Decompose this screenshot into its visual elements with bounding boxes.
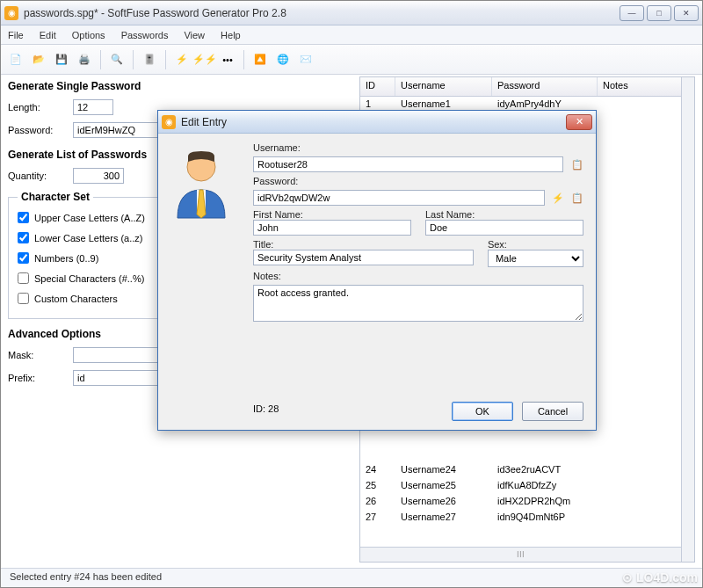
table-row[interactable]: 25Username25idfKuA8DfzZy — [360, 478, 694, 494]
password-label: Password: — [8, 125, 68, 135]
minimize-button[interactable]: — — [620, 5, 644, 21]
copy-password-icon[interactable]: 📋 — [571, 191, 583, 205]
notes-textarea[interactable] — [253, 285, 583, 322]
table-header: ID Username Password Notes — [360, 77, 694, 97]
save-icon[interactable]: 💾 — [52, 50, 71, 69]
upper-checkbox[interactable] — [18, 212, 29, 223]
toolbar: 📄 📂 💾 🖨️ 🔍 🎚️ ⚡ ⚡⚡ ••• 🔼 🌐 ✉️ — [1, 45, 702, 75]
col-id[interactable]: ID — [360, 77, 395, 96]
table-row[interactable]: 27Username27idn9Q4DmNt6P — [360, 510, 694, 526]
app-icon: ◉ — [4, 6, 18, 20]
menu-help[interactable]: Help — [221, 30, 241, 40]
dialog-close-button[interactable]: ✕ — [566, 114, 592, 130]
special-label: Special Characters (#..%) — [34, 273, 144, 284]
mask-label: Mask: — [8, 350, 68, 360]
statusbar: Selected entry #24 has been edited — [1, 568, 702, 587]
avatar-icon — [170, 142, 241, 421]
separator — [165, 50, 166, 69]
special-checkbox[interactable] — [18, 272, 29, 284]
dlg-password-input[interactable] — [253, 190, 545, 206]
custom-checkbox[interactable] — [18, 293, 29, 304]
username-label: Username: — [253, 142, 583, 153]
dialog-icon: ◉ — [162, 115, 176, 129]
col-notes[interactable]: Notes — [598, 77, 694, 96]
menu-file[interactable]: File — [8, 30, 24, 40]
horizontal-scrollbar[interactable]: ⅠⅠⅠ — [360, 547, 681, 562]
table-row[interactable]: 24Username24id3ee2ruACVT — [360, 462, 694, 478]
menu-edit[interactable]: Edit — [40, 30, 56, 40]
mask-icon[interactable]: ••• — [218, 50, 237, 69]
gen-list-icon[interactable]: ⚡⚡ — [195, 50, 214, 69]
menu-options[interactable]: Options — [72, 30, 105, 40]
copy-username-icon[interactable]: 📋 — [570, 157, 583, 171]
numbers-label: Numbers (0..9) — [34, 253, 98, 264]
lower-label: Lower Case Letters (a..z) — [34, 233, 143, 243]
col-password[interactable]: Password — [492, 77, 598, 96]
title-label: Title: — [253, 239, 474, 250]
ok-button[interactable]: OK — [452, 402, 513, 421]
single-heading: Generate Single Password — [8, 80, 351, 92]
print-icon[interactable]: 🖨️ — [75, 50, 94, 69]
length-label: Length: — [8, 102, 68, 113]
col-username[interactable]: Username — [395, 77, 492, 96]
close-button[interactable]: ✕ — [674, 5, 699, 21]
titlebar: ◉ passwords.spg* - SoftFuse Password Gen… — [1, 1, 702, 25]
upload-icon[interactable]: 🔼 — [250, 50, 270, 69]
dialog-titlebar: ◉ Edit Entry ✕ — [158, 111, 596, 134]
lower-checkbox[interactable] — [18, 232, 29, 243]
charset-legend: Character Set — [18, 191, 93, 203]
separator — [100, 50, 101, 69]
globe-icon[interactable]: 🌐 — [273, 50, 293, 69]
custom-label: Custom Characters — [34, 294, 118, 304]
id-label: ID: 28 — [253, 403, 279, 414]
options-icon[interactable]: 🎚️ — [140, 50, 159, 69]
quantity-label: Quantity: — [8, 171, 68, 181]
mask-input[interactable] — [73, 347, 170, 363]
numbers-checkbox[interactable] — [18, 252, 29, 264]
watermark: ⊙ LO4D.com — [622, 570, 698, 584]
prefix-input[interactable] — [73, 370, 170, 386]
menu-view[interactable]: View — [184, 30, 205, 40]
status-text: Selected entry #24 has been edited — [10, 571, 162, 582]
sex-label: Sex: — [488, 239, 583, 250]
generate-password-icon[interactable]: ⚡ — [552, 191, 564, 205]
last-name-label: Last Name: — [425, 209, 583, 220]
vertical-scrollbar[interactable] — [681, 77, 694, 562]
username-input[interactable] — [253, 156, 563, 172]
separator — [243, 50, 244, 69]
find-icon[interactable]: 🔍 — [107, 50, 127, 69]
new-icon[interactable]: 📄 — [6, 50, 25, 69]
last-name-input[interactable] — [425, 220, 583, 236]
table-row[interactable]: 26Username26idHX2DPR2hQm — [360, 494, 694, 510]
separator — [133, 50, 134, 69]
upper-label: Upper Case Letters (A..Z) — [34, 213, 145, 223]
title-input[interactable] — [253, 250, 474, 265]
dlg-password-label: Password: — [253, 176, 583, 186]
quantity-input[interactable] — [73, 168, 124, 184]
dialog-title: Edit Entry — [181, 116, 566, 128]
menubar: File Edit Options Passwords View Help — [1, 25, 702, 45]
gen-single-icon[interactable]: ⚡ — [172, 50, 192, 69]
length-input[interactable] — [73, 99, 113, 115]
first-name-label: First Name: — [253, 209, 411, 220]
single-password-input[interactable] — [73, 122, 165, 138]
maximize-button[interactable]: □ — [647, 5, 671, 21]
window-title: passwords.spg* - SoftFuse Password Gener… — [24, 7, 620, 19]
sex-select[interactable]: Male — [488, 250, 583, 267]
first-name-input[interactable] — [253, 220, 411, 236]
notes-label: Notes: — [253, 271, 583, 281]
menu-passwords[interactable]: Passwords — [121, 30, 169, 40]
open-icon[interactable]: 📂 — [29, 50, 48, 69]
prefix-label: Prefix: — [8, 373, 68, 383]
cancel-button[interactable]: Cancel — [522, 402, 583, 421]
edit-entry-dialog: ◉ Edit Entry ✕ Username: 📋 Password: ⚡ 📋… — [157, 110, 597, 431]
mail-icon[interactable]: ✉️ — [296, 50, 315, 69]
